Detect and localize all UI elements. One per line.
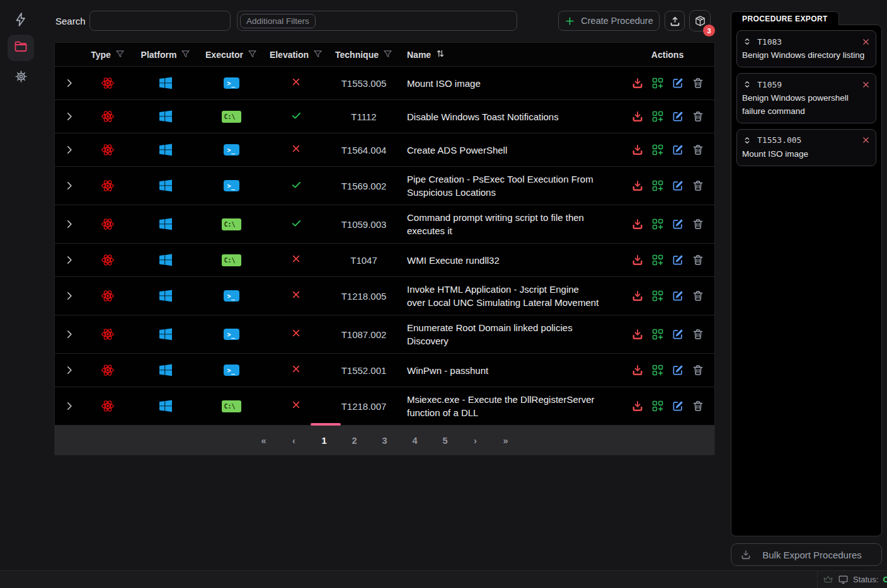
export-count-badge: 3	[703, 25, 715, 37]
download-icon[interactable]	[631, 179, 644, 192]
download-icon[interactable]	[631, 144, 644, 156]
horizontal-scrollbar-thumb[interactable]	[311, 423, 341, 426]
row-expand-button[interactable]	[55, 77, 84, 89]
pagination-first[interactable]: «	[258, 436, 270, 446]
sidebar-item-settings[interactable]	[8, 64, 34, 91]
remove-from-export-icon[interactable]	[861, 80, 871, 89]
name-cell: Enumerate Root Domain linked policies Di…	[398, 315, 621, 353]
edit-icon[interactable]	[672, 328, 684, 341]
bulk-export-button[interactable]: Bulk Export Procedures	[731, 543, 882, 566]
row-expand-button[interactable]	[55, 218, 84, 230]
export-queue-button[interactable]: 3	[689, 10, 711, 31]
pagination-next[interactable]: ›	[469, 436, 482, 446]
pagination-page-2[interactable]: 2	[348, 436, 361, 446]
edit-icon[interactable]	[672, 364, 684, 376]
row-expand-button[interactable]	[55, 365, 84, 376]
delete-icon[interactable]	[692, 290, 704, 302]
filter-icon[interactable]	[181, 49, 190, 60]
sidebar-item-procedures[interactable]	[8, 35, 34, 61]
sidebar-item-dashboard[interactable]	[8, 8, 34, 34]
add-to-export-icon[interactable]	[651, 364, 664, 376]
filter-icon[interactable]	[115, 49, 125, 60]
delete-icon[interactable]	[692, 400, 704, 412]
delete-icon[interactable]	[692, 77, 704, 89]
edit-icon[interactable]	[672, 254, 684, 266]
elevation-cell	[263, 110, 329, 123]
filter-icon[interactable]	[313, 49, 323, 60]
row-expand-button[interactable]	[55, 180, 84, 191]
create-procedure-button[interactable]: Create Procedure	[558, 11, 660, 31]
atom-icon	[101, 253, 115, 267]
add-to-export-icon[interactable]	[651, 179, 664, 192]
download-icon[interactable]	[631, 110, 644, 123]
reorder-handle-icon[interactable]	[742, 79, 752, 89]
download-icon[interactable]	[631, 218, 644, 230]
reorder-handle-icon[interactable]	[742, 135, 752, 145]
windows-icon	[159, 144, 172, 156]
executor-cell: >_ C:\	[200, 218, 263, 230]
search-label: Search	[55, 16, 86, 26]
add-to-export-icon[interactable]	[651, 400, 664, 412]
upload-button[interactable]	[665, 11, 685, 31]
pagination-page-1[interactable]: 1	[318, 436, 331, 446]
table-row: >_ C:\ T1569.002 Pipe Creation - PsExec …	[55, 167, 714, 205]
delete-icon[interactable]	[692, 328, 704, 341]
edit-icon[interactable]	[672, 179, 684, 192]
add-to-export-icon[interactable]	[651, 328, 664, 341]
additional-filters-input[interactable]: Additional Filters	[237, 11, 517, 31]
additional-filters-chip[interactable]: Additional Filters	[240, 14, 316, 28]
add-to-export-icon[interactable]	[651, 77, 664, 89]
executor-cell: >_ C:\	[200, 254, 263, 266]
pagination-page-3[interactable]: 3	[379, 436, 391, 446]
row-expand-button[interactable]	[55, 290, 84, 302]
download-icon[interactable]	[631, 364, 644, 376]
add-to-export-icon[interactable]	[651, 218, 664, 230]
reorder-handle-icon[interactable]	[742, 37, 752, 47]
delete-icon[interactable]	[692, 218, 704, 230]
row-expand-button[interactable]	[55, 144, 84, 155]
row-expand-button[interactable]	[55, 400, 84, 412]
edit-icon[interactable]	[672, 218, 684, 230]
type-cell	[84, 363, 132, 377]
add-to-export-icon[interactable]	[651, 144, 664, 156]
add-to-export-icon[interactable]	[651, 110, 664, 123]
download-icon[interactable]	[631, 290, 644, 302]
pagination-prev[interactable]: ‹	[288, 436, 300, 446]
edit-icon[interactable]	[672, 400, 684, 412]
remove-from-export-icon[interactable]	[861, 37, 871, 47]
windows-icon	[159, 400, 172, 412]
crown-icon	[823, 574, 833, 585]
filter-icon[interactable]	[383, 49, 392, 60]
delete-icon[interactable]	[692, 179, 704, 192]
delete-icon[interactable]	[692, 254, 704, 266]
add-to-export-icon[interactable]	[651, 290, 664, 302]
plus-icon	[564, 16, 575, 26]
delete-icon[interactable]	[692, 364, 704, 376]
download-icon[interactable]	[631, 77, 644, 89]
delete-icon[interactable]	[692, 144, 704, 156]
powershell-icon: >_	[224, 144, 239, 155]
edit-icon[interactable]	[672, 290, 684, 302]
platform-cell	[132, 218, 200, 230]
row-expand-button[interactable]	[55, 329, 84, 340]
pagination-page-5[interactable]: 5	[439, 436, 452, 446]
sort-icon[interactable]	[435, 48, 445, 60]
pagination-pages: 12345	[318, 436, 452, 446]
remove-from-export-icon[interactable]	[861, 135, 871, 145]
pagination-last[interactable]: »	[500, 436, 512, 446]
row-expand-button[interactable]	[55, 111, 84, 122]
delete-icon[interactable]	[692, 110, 704, 123]
add-to-export-icon[interactable]	[651, 254, 664, 266]
search-input[interactable]	[89, 11, 231, 31]
download-icon[interactable]	[631, 400, 644, 412]
edit-icon[interactable]	[672, 110, 684, 123]
header-technique: Technique	[335, 50, 379, 60]
filter-icon[interactable]	[248, 49, 257, 60]
pagination-page-4[interactable]: 4	[409, 436, 421, 446]
row-expand-button[interactable]	[55, 254, 84, 266]
edit-icon[interactable]	[672, 144, 684, 156]
download-icon[interactable]	[631, 254, 644, 266]
sidebar	[0, 0, 42, 570]
download-icon[interactable]	[631, 328, 644, 341]
edit-icon[interactable]	[672, 77, 684, 89]
